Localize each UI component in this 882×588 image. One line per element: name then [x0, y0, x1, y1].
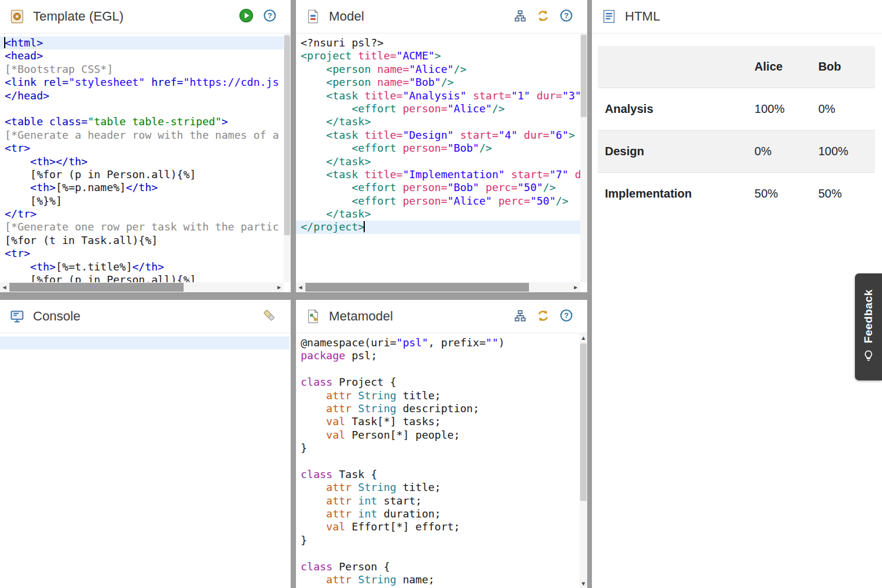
scrollbar-down-arrow-icon[interactable]: ▼ — [580, 579, 587, 588]
code-line: @namespace(uri="psl", prefix="") — [296, 336, 580, 349]
code-line: <effort person="Alice"/> — [296, 102, 580, 115]
right-column: HTML Alice Bob Analysis 100% 0% — [592, 0, 882, 588]
template-editor[interactable]: <html><head>[*Bootstrap CSS*]<link rel="… — [0, 34, 291, 292]
model-horizontal-scrollbar[interactable]: ◄ ► — [296, 282, 580, 292]
code-line: attr String name; — [296, 573, 580, 586]
table-header-cell: Alice — [747, 46, 811, 88]
code-line: attr int start; — [296, 495, 580, 507]
row-label: Design — [598, 131, 747, 173]
model-editor[interactable]: <?nsuri psl?><project title="ACME"> <per… — [296, 34, 587, 292]
row-label: Implementation — [598, 173, 747, 215]
model-refresh-button[interactable] — [536, 9, 550, 25]
code-line: <th></th> — [0, 155, 284, 168]
html-output-panel: HTML Alice Bob Analysis 100% 0% — [592, 0, 882, 588]
epsilon-playground: Template (EGL) ? <html><head>[*Bootstrap… — [0, 0, 882, 588]
clear-console-button[interactable] — [262, 308, 277, 325]
help-button[interactable]: ? — [263, 9, 277, 24]
html-preview: Alice Bob Analysis 100% 0% Design 0% 100… — [592, 34, 882, 215]
scrollbar-left-arrow-icon[interactable]: ◄ — [296, 283, 305, 292]
scrollbar-thumb[interactable] — [305, 283, 529, 292]
table-header-cell — [598, 46, 747, 88]
scrollbar-thumb[interactable] — [284, 35, 290, 235]
code-line: <table class="table table-striped"> — [0, 115, 284, 128]
metamodel-editor[interactable]: @namespace(uri="psl", prefix="")package … — [296, 333, 587, 588]
help-icon: ? — [263, 9, 277, 24]
table-header-row: Alice Bob — [598, 46, 875, 88]
code-line: <th>[%=p.name%]</th> — [0, 181, 284, 194]
scrollbar-thumb[interactable] — [9, 283, 184, 292]
scrollbar-up-arrow-icon[interactable]: ▲ — [580, 333, 587, 342]
scrollbar-right-arrow-icon[interactable]: ► — [275, 283, 284, 292]
table-cell: 50% — [811, 173, 875, 215]
tree-icon — [514, 9, 527, 24]
code-line: <head> — [0, 49, 284, 62]
code-line: <?nsuri psl?> — [296, 36, 580, 49]
code-line: } — [296, 442, 580, 455]
code-line: class Task { — [296, 468, 580, 481]
code-line: <effort person="Alice" perc="50"/> — [296, 195, 580, 208]
code-line: class Person { — [296, 560, 580, 573]
code-line: [%for (p in Person.all){%] — [0, 168, 284, 181]
scrollbar-thumb[interactable] — [580, 343, 587, 501]
code-line: val Person[*] people; — [296, 429, 580, 442]
code-line: </head> — [0, 89, 284, 102]
code-line: <html> — [0, 36, 284, 49]
template-horizontal-scrollbar[interactable]: ◄ ► — [0, 282, 284, 292]
code-line: <th>[%=t.title%]</th> — [0, 260, 284, 273]
console-output[interactable] — [0, 333, 291, 588]
help-button[interactable]: ? — [560, 9, 573, 24]
code-line: <task title="Analysis" start="1" dur="3"… — [296, 89, 580, 102]
eraser-icon — [262, 308, 277, 325]
template-panel-header: Template (EGL) ? — [0, 0, 291, 34]
model-tree-view-button[interactable] — [514, 9, 527, 24]
code-line: <tr> — [0, 142, 284, 155]
vertical-splitter[interactable] — [291, 0, 296, 588]
table-header-cell: Bob — [811, 46, 875, 88]
code-line — [296, 363, 580, 376]
html-panel-header: HTML — [592, 0, 882, 34]
code-line: </project> — [296, 220, 580, 233]
metamodel-vertical-scrollbar[interactable]: ▲ ▼ — [580, 333, 587, 588]
help-icon: ? — [560, 9, 573, 24]
code-line — [296, 547, 580, 560]
scrollbar-left-arrow-icon[interactable]: ◄ — [0, 283, 9, 292]
code-line: attr String title; — [296, 481, 580, 494]
code-line: attr String title; — [296, 389, 580, 402]
template-vertical-scrollbar[interactable] — [284, 34, 291, 282]
table-cell: 100% — [747, 88, 811, 131]
code-line: package psl; — [296, 349, 580, 362]
code-line: <person name="Bob"/> — [296, 76, 580, 89]
horizontal-splitter[interactable] — [296, 292, 587, 300]
html-file-icon — [601, 9, 617, 24]
model-vertical-scrollbar[interactable] — [580, 34, 587, 282]
metamodel-file-icon — [305, 309, 321, 324]
metamodel-refresh-button[interactable] — [536, 309, 550, 325]
run-button[interactable] — [239, 8, 254, 25]
vertical-splitter[interactable] — [587, 0, 592, 588]
code-line: attr String description; — [296, 402, 580, 415]
row-label: Analysis — [598, 88, 747, 131]
table-cell: 0% — [747, 131, 811, 173]
template-panel: Template (EGL) ? <html><head>[*Bootstrap… — [0, 0, 291, 292]
table-row: Analysis 100% 0% — [598, 88, 875, 131]
code-line: <project title="ACME"> — [296, 49, 580, 62]
metamodel-tree-view-button[interactable] — [514, 309, 527, 324]
metamodel-panel-header: Metamodel ? — [296, 300, 587, 333]
code-line: </task> — [296, 155, 580, 168]
play-icon — [239, 8, 254, 25]
model-panel-header: Model ? — [296, 0, 587, 34]
feedback-button[interactable]: Feedback — [855, 273, 882, 380]
code-line: attr int duration; — [296, 507, 580, 520]
horizontal-splitter[interactable] — [0, 292, 291, 300]
scrollbar-thumb[interactable] — [581, 35, 587, 117]
table-row: Implementation 50% 50% — [598, 173, 875, 215]
console-icon — [9, 309, 25, 324]
scrollbar-right-arrow-icon[interactable]: ► — [571, 283, 580, 292]
table-cell: 50% — [747, 173, 811, 215]
help-button[interactable]: ? — [560, 309, 573, 324]
code-line — [296, 455, 580, 468]
code-line: <tr> — [0, 247, 284, 260]
code-line: val Effort[*] effort; — [296, 520, 580, 533]
table-cell: 100% — [811, 131, 875, 173]
table-cell: 0% — [811, 88, 875, 131]
